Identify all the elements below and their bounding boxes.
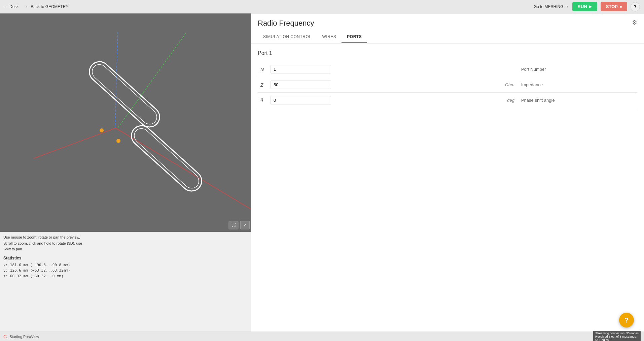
back-geometry-arrow-icon — [25, 4, 29, 9]
back-arrow-icon — [4, 4, 8, 9]
gear-icon: ⚙ — [632, 19, 637, 26]
stat-y: y: 126.6 mm (−63.32...63.32mm) — [3, 268, 247, 274]
status-info: Streaming connection. 33 nodes Received … — [593, 331, 641, 341]
help-button[interactable]: ? — [631, 2, 640, 11]
back-to-geometry-link[interactable]: Back to GEOMETRY — [25, 4, 68, 9]
label-impedance: Impedance — [518, 77, 637, 93]
unit-n — [469, 62, 518, 77]
svg-point-9 — [100, 128, 104, 132]
tabs-bar: SIMULATION CONTROL WIRES PORTS — [251, 31, 644, 43]
desk-link[interactable]: Desk — [4, 4, 19, 9]
status-icon: C — [3, 334, 7, 339]
unit-theta: deg — [469, 93, 518, 108]
meshing-arrow-icon — [565, 4, 569, 9]
tab-wires[interactable]: WIRES — [317, 31, 342, 43]
svg-point-10 — [116, 139, 120, 143]
statusbar: C Starting ParaView Streaming connection… — [0, 332, 644, 341]
help-icon: ? — [634, 4, 637, 9]
value-theta[interactable] — [268, 93, 469, 108]
meshing-label: Go to MESHING — [534, 4, 564, 9]
label-phase-angle: Phase shift angle — [518, 93, 637, 108]
stat-z: z: 60.32 mm (−60.32...0 mm) — [3, 274, 247, 279]
topbar-left: Desk Back to GEOMETRY — [4, 4, 68, 9]
right-header: Radio Frequency ⚙ — [251, 13, 644, 28]
page-title: Radio Frequency — [258, 19, 314, 28]
value-n[interactable] — [268, 62, 469, 77]
stop-label: STOP — [606, 4, 618, 9]
port-number-input[interactable] — [271, 65, 331, 73]
tab-ports[interactable]: PORTS — [342, 31, 367, 43]
main-layout: ⛶ ⤢ Use mouse to zoom, rotate or pan the… — [0, 13, 644, 341]
svg-rect-0 — [0, 13, 251, 232]
stop-button[interactable]: STOP — [601, 2, 627, 11]
port-fields-table: N Port Number Z — [258, 62, 637, 108]
viewport-info: Use mouse to zoom, rotate or pan the pre… — [0, 232, 251, 282]
help-float-button[interactable]: ? — [619, 313, 634, 328]
port-field-theta: θ deg Phase shift angle — [258, 93, 637, 108]
symbol-z: Z — [258, 77, 268, 93]
status-left: C Starting ParaView — [3, 334, 39, 339]
label-port-number: Port Number — [518, 62, 637, 77]
right-panel: Radio Frequency ⚙ SIMULATION CONTROL WIR… — [251, 13, 644, 341]
desk-label: Desk — [9, 4, 19, 9]
meshing-link[interactable]: Go to MESHING — [534, 4, 569, 9]
port-section-title: Port 1 — [258, 50, 637, 56]
statistics-section: Statistics x: 181.6 mm ( −90.8...90.8 mm… — [3, 255, 247, 279]
viewport-instructions: Use mouse to zoom, rotate or pan the pre… — [3, 235, 247, 252]
tab-simulation-control[interactable]: SIMULATION CONTROL — [258, 31, 317, 43]
statistics-title: Statistics — [3, 255, 247, 261]
left-panel: ⛶ ⤢ Use mouse to zoom, rotate or pan the… — [0, 13, 251, 341]
topbar-right: Go to MESHING RUN STOP ? — [534, 2, 640, 11]
svg-text:⤢: ⤢ — [243, 222, 247, 227]
value-z[interactable] — [268, 77, 469, 93]
unit-z: Ohm — [469, 77, 518, 93]
symbol-n: N — [258, 62, 268, 77]
svg-text:⛶: ⛶ — [231, 222, 236, 227]
status-text: Starting ParaView — [9, 335, 39, 339]
port-field-z: Z Ohm Impedance — [258, 77, 637, 93]
run-label: RUN — [578, 4, 587, 9]
port-field-n: N Port Number — [258, 62, 637, 77]
settings-gear-button[interactable]: ⚙ — [632, 19, 637, 26]
back-geometry-label: Back to GEOMETRY — [31, 4, 68, 9]
topbar: Desk Back to GEOMETRY Go to MESHING RUN … — [0, 0, 644, 13]
viewport[interactable]: ⛶ ⤢ — [0, 13, 251, 232]
stat-x: x: 181.6 mm ( −90.8...90.8 mm) — [3, 262, 247, 268]
impedance-input[interactable] — [271, 81, 331, 89]
tab-content-ports: Port 1 N Port Number — [251, 43, 644, 341]
symbol-theta: θ — [258, 93, 268, 108]
run-button[interactable]: RUN — [572, 2, 597, 11]
phase-angle-input[interactable] — [271, 96, 331, 104]
